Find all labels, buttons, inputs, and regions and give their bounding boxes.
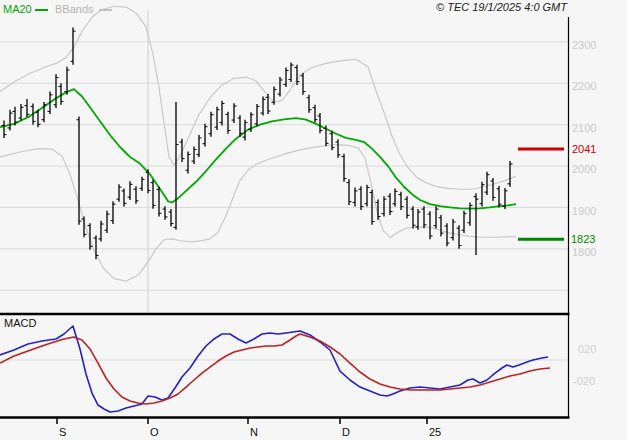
ma20-line-swatch: [35, 9, 48, 11]
macd-tick-neg: -020: [573, 375, 595, 387]
month-tick-oct: O: [150, 426, 159, 438]
stock-chart-window: MA20 BBands © TEC 19/1/2025 4:0 GMT 2300…: [0, 0, 627, 440]
support-level-label: 1823: [571, 233, 595, 245]
price-tick-1900: 1900: [572, 205, 596, 217]
price-tick-2000: 2000: [572, 163, 596, 175]
price-tick-2200: 2200: [572, 80, 596, 92]
month-tick-jan25: 25: [429, 426, 441, 438]
price-tick-2100: 2100: [572, 122, 596, 134]
legend-bbands-label: BBands: [55, 3, 94, 15]
copyright-text: © TEC 19/1/2025 4:0 GMT: [436, 1, 567, 13]
price-tick-1800: 1800: [572, 246, 596, 258]
legend-ma20-label: MA20: [3, 3, 32, 15]
month-tick-dec: D: [342, 426, 350, 438]
chart-canvas: [0, 0, 627, 440]
month-tick-sep: S: [59, 426, 66, 438]
macd-panel-title: MACD: [4, 317, 36, 329]
price-tick-2300: 2300: [572, 39, 596, 51]
macd-tick-pos: 020: [578, 343, 596, 355]
bbands-line-swatch: [99, 9, 112, 11]
resistance-level-label: 2041: [572, 143, 596, 155]
month-tick-nov: N: [250, 426, 258, 438]
